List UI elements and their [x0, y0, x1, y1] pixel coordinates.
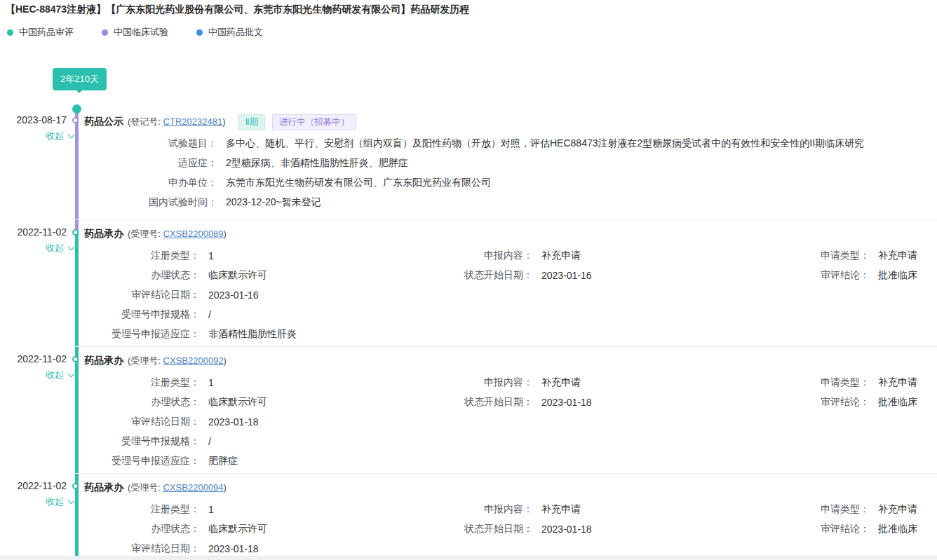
- entry-date: 2022-11-02: [0, 353, 74, 364]
- collapse-toggle[interactable]: 收起: [46, 496, 74, 508]
- field-row: 注册类型：1 申报内容：补充申请 申请类型：补充申请: [84, 500, 937, 519]
- id-suffix: ): [224, 228, 227, 239]
- field-label: 试验题目：: [84, 137, 217, 150]
- registration-number-link[interactable]: CTR20232481: [163, 116, 223, 127]
- field-label: 申报内容：: [456, 503, 533, 516]
- field-label: 受理号申报规格：: [84, 308, 200, 321]
- legend-label: 中国临床试验: [114, 26, 168, 39]
- field-value: 1: [208, 504, 214, 515]
- field-label: 申请类型：: [771, 376, 870, 389]
- collapse-toggle[interactable]: 收起: [46, 369, 74, 381]
- entry-title: 药品承办: [84, 355, 123, 367]
- chevron-down-icon: [68, 371, 75, 378]
- field-value: 2023-01-18: [208, 416, 259, 428]
- entry-body: 药品承办 (受理号: CXSB2200089) 注册类型：1 申报内容：补充申请…: [84, 226, 937, 344]
- entry-title: 药品承办: [84, 482, 123, 494]
- field-label: 审评结论：: [771, 396, 870, 409]
- field-value: 1: [208, 250, 214, 261]
- field-value: /: [208, 309, 211, 320]
- acceptance-number-link[interactable]: CXSB2200089: [163, 228, 224, 239]
- timeline-legend: 中国药品审评 中国临床试验 中国药品批文: [7, 26, 291, 39]
- teal-dot-icon: [7, 29, 13, 36]
- timeline-start-dot: [72, 104, 81, 114]
- field-value: 临床默示许可: [208, 269, 267, 282]
- acceptance-number-link[interactable]: CXSB2200092: [163, 355, 224, 366]
- field-label: 审评结论：: [771, 269, 870, 282]
- field-value: 2023-01-16: [208, 289, 259, 301]
- field-value: 临床默示许可: [208, 523, 267, 535]
- page-title: 【HEC-88473注射液】【广东东阳光药业股份有限公司、东莞市东阳光生物药研发…: [6, 4, 469, 16]
- field-value: 东莞市东阳光生物药研发有限公司、广东东阳光药业有限公司: [226, 177, 491, 189]
- entry-body: 药品公示 (登记号: CTR20232481) Ⅱ期 进行中（招募中） 试验题目…: [84, 114, 937, 212]
- bottom-edge-strip: [0, 556, 937, 560]
- field-value: 补充申请: [541, 376, 581, 389]
- legend-item-drug-approval: 中国药品批文: [196, 26, 263, 39]
- field-value: 2023-12-20~暂未登记: [226, 196, 321, 209]
- timeline-node-dot: [72, 483, 79, 489]
- field-label: 申请类型：: [771, 250, 870, 262]
- entry-title: 药品承办: [84, 228, 123, 240]
- field-value: 2023-01-18: [541, 524, 592, 535]
- field-label: 注册类型：: [84, 503, 200, 516]
- entry-header: 药品公示 (登记号: CTR20232481) Ⅱ期 进行中（招募中）: [84, 114, 937, 130]
- field-value: 批准临床: [878, 523, 917, 535]
- field-label: 申请类型：: [771, 503, 870, 516]
- field-label: 审评结论日期：: [84, 289, 200, 301]
- acceptance-number-link[interactable]: CXSB2200094: [163, 482, 224, 493]
- field-row: 注册类型：1 申报内容：补充申请 申请类型：补充申请: [84, 373, 937, 392]
- phase-tag: Ⅱ期: [238, 114, 265, 130]
- field-value: 批准临床: [878, 396, 917, 409]
- entry-header: 药品承办 (受理号: CXSB2200092): [84, 353, 937, 369]
- entry-left-column: 2022-11-02 收起: [0, 353, 74, 381]
- chevron-down-icon: [68, 244, 75, 251]
- entry-date: 2022-11-02: [0, 226, 74, 238]
- field-label: 办理状态：: [84, 523, 200, 535]
- collapse-toggle[interactable]: 收起: [46, 130, 74, 142]
- legend-label: 中国药品批文: [208, 26, 263, 39]
- registration-number: (登记号: CTR20232481): [128, 116, 225, 128]
- legend-item-clinical-trial: 中国临床试验: [102, 26, 168, 39]
- field-label: 状态开始日期：: [456, 396, 533, 409]
- chevron-down-icon: [68, 132, 75, 139]
- field-label: 状态开始日期：: [456, 523, 533, 535]
- field-label: 受理号申报规格：: [84, 435, 200, 448]
- field-label: 办理状态：: [84, 269, 200, 282]
- field-value: 非酒精性脂肪性肝炎: [208, 328, 297, 341]
- collapse-label: 收起: [46, 242, 64, 254]
- field-value: 肥胖症: [208, 455, 238, 467]
- acceptance-number: (受理号: CXSB2200094): [128, 482, 227, 494]
- blue-dot-icon: [196, 29, 203, 36]
- entry-body: 药品承办 (受理号: CXSB2200094) 注册类型：1 申报内容：补充申请…: [84, 480, 937, 559]
- entry-date: 2022-11-02: [0, 480, 74, 491]
- field-value: 补充申请: [541, 250, 581, 262]
- field-row: 注册类型：1 申报内容：补充申请 申请类型：补充申请: [84, 246, 937, 266]
- field-label: 受理号申报适应症：: [84, 455, 200, 467]
- entry-date: 2023-08-17: [0, 114, 74, 125]
- field-value: 2023-01-18: [208, 543, 259, 554]
- timeline-node-dot: [72, 229, 79, 235]
- collapse-toggle[interactable]: 收起: [46, 242, 74, 254]
- id-prefix: (受理号:: [128, 355, 163, 366]
- field-value: 多中心、随机、平行、安慰剂（组内双盲）及阳性药物（开放）对照，评估HEC8847…: [226, 137, 864, 150]
- field-row: 办理状态：临床默示许可 状态开始日期：2023-01-18 审评结论：批准临床: [84, 519, 937, 539]
- collapse-label: 收起: [46, 496, 64, 508]
- field-label: 办理状态：: [84, 396, 200, 409]
- timeline-segment-review: [75, 232, 79, 560]
- timeline-node-dot: [72, 356, 79, 362]
- field-label: 审评结论：: [771, 523, 870, 535]
- field-row: 受理号申报适应症：非酒精性脂肪性肝炎: [84, 325, 937, 344]
- field-row-trial-title: 试验题目： 多中心、随机、平行、安慰剂（组内双盲）及阳性药物（开放）对照，评估H…: [84, 134, 937, 153]
- field-value: 2型糖尿病、非酒精性脂肪性肝炎、肥胖症: [226, 157, 408, 170]
- timeline-segment-clinical: [75, 107, 79, 232]
- status-tag: 进行中（招募中）: [272, 114, 356, 130]
- chevron-down-icon: [68, 498, 75, 505]
- field-value: 2023-01-18: [541, 397, 592, 408]
- field-row: 受理号申报规格：/: [84, 305, 937, 325]
- field-value: /: [208, 436, 211, 447]
- id-prefix: (登记号:: [128, 116, 163, 127]
- acceptance-number: (受理号: CXSB2200092): [128, 355, 227, 367]
- id-suffix: ): [224, 355, 227, 366]
- field-label: 申报内容：: [456, 250, 533, 262]
- field-label: 适应症：: [84, 157, 217, 170]
- field-label: 状态开始日期：: [456, 269, 533, 282]
